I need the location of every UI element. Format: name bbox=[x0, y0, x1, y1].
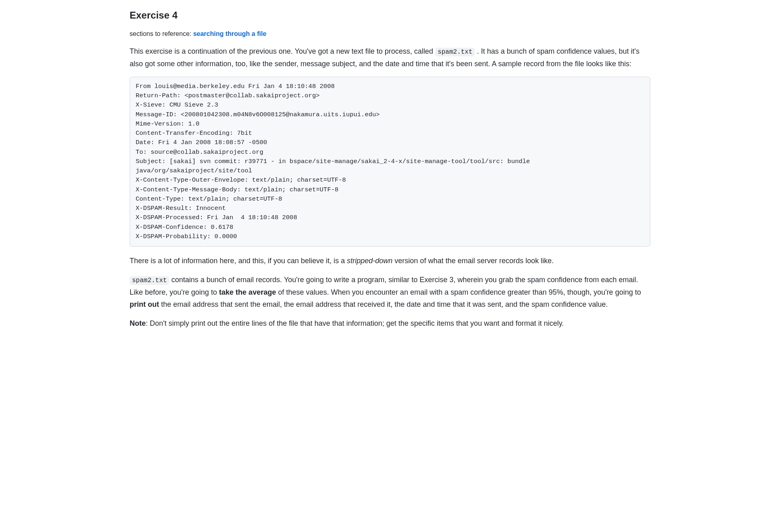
task-part2: of these values. When you encounter an e… bbox=[276, 288, 641, 296]
after-block-part1: There is a lot of information here, and … bbox=[130, 257, 347, 265]
sections-reference-prefix: sections to reference: bbox=[130, 30, 193, 37]
intro-paragraph: This exercise is a continuation of the p… bbox=[130, 45, 650, 70]
after-block-part2: version of what the email server records… bbox=[392, 257, 554, 265]
task-paragraph: spam2.txt contains a bunch of email reco… bbox=[130, 274, 650, 311]
sample-email-record-code-block: From louis@media.berkeley.edu Fri Jan 4 … bbox=[130, 77, 650, 247]
after-block-paragraph: There is a lot of information here, and … bbox=[130, 255, 650, 267]
exercise-heading: Exercise 4 bbox=[130, 8, 650, 23]
print-out-bold: print out bbox=[130, 300, 159, 308]
spam2-filename-code: spam2.txt bbox=[435, 48, 475, 57]
stripped-down-italic: stripped-down bbox=[347, 257, 392, 265]
searching-through-file-link[interactable]: searching through a file bbox=[193, 30, 266, 37]
document-container: Exercise 4 sections to reference: search… bbox=[89, 0, 691, 360]
note-label-bold: Note bbox=[130, 319, 146, 327]
note-paragraph: Note: Don't simply print out the entire … bbox=[130, 317, 650, 330]
task-part3: the email address that sent the email, t… bbox=[159, 300, 608, 308]
note-rest: : Don't simply print out the entire line… bbox=[146, 319, 564, 327]
spam2-filename-code-2: spam2.txt bbox=[130, 276, 169, 285]
intro-text-part1: This exercise is a continuation of the p… bbox=[130, 47, 435, 55]
sections-reference-line: sections to reference: searching through… bbox=[130, 29, 650, 39]
take-the-average-bold: take the average bbox=[219, 288, 276, 296]
